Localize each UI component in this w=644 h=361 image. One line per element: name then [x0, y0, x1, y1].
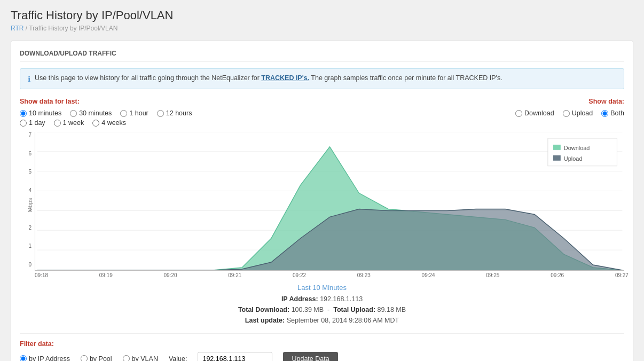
time-range-row1: 10 minutes 30 minutes 1 hour 12 hours [20, 109, 192, 117]
tracked-ips-link[interactable]: TRACKED IP's. [261, 74, 309, 82]
show-data-label: Show data: [588, 98, 624, 105]
chart-period: Last 10 Minutes [20, 282, 624, 294]
radio-1day[interactable]: 1 day [20, 119, 45, 127]
time-range-row2: 1 day 1 week 4 weeks [20, 119, 192, 127]
chart-info: Last 10 Minutes IP Address: 192.168.1.11… [20, 282, 624, 326]
filter-section: Filter data: by IP Address by Pool by VL… [20, 333, 624, 361]
radio-30min[interactable]: 30 minutes [70, 109, 112, 117]
breadcrumb-current: Traffic History by IP/Pool/VLAN [29, 25, 117, 32]
upload-area [37, 209, 623, 270]
info-text: Use this page to view history for all tr… [35, 74, 502, 82]
value-label: Value: [169, 355, 187, 361]
info-icon: ℹ [28, 75, 30, 83]
filter-label: Filter data: [20, 340, 624, 348]
x-axis: 09:18 09:19 09:20 09:21 09:22 09:23 09:2… [35, 272, 624, 278]
radio-12hours[interactable]: 12 hours [157, 109, 192, 117]
filter-by-ip[interactable]: by IP Address [20, 355, 70, 361]
radio-4weeks[interactable]: 4 weeks [92, 119, 126, 127]
info-box: ℹ Use this page to view history for all … [20, 68, 624, 89]
chart-svg: Download Upload [35, 132, 624, 271]
controls-row: Show data for last: 10 minutes 30 minute… [20, 98, 624, 127]
main-card: DOWNLOAD/UPLOAD TRAFFIC ℹ Use this page … [11, 41, 633, 361]
filter-by-pool[interactable]: by Pool [81, 355, 112, 361]
radio-upload[interactable]: Upload [563, 109, 593, 117]
radio-1week[interactable]: 1 week [54, 119, 84, 127]
page-title: Traffic History by IP/Pool/VLAN [11, 9, 633, 22]
card-title: DOWNLOAD/UPLOAD TRAFFIC [20, 50, 624, 62]
show-data-for-last-label: Show data for last: [20, 98, 192, 105]
update-data-button[interactable]: Update Data [283, 352, 337, 361]
radio-1hour[interactable]: 1 hour [120, 109, 148, 117]
show-data-group: Show data: Download Upload Both [515, 98, 624, 117]
chart-totals: Total Download: 100.39 MB - Total Upload… [20, 304, 624, 315]
legend-upload-color [553, 155, 561, 161]
filter-row: by IP Address by Pool by VLAN Value: Upd… [20, 352, 624, 361]
legend-box [548, 138, 617, 166]
show-data-for-last-group: Show data for last: 10 minutes 30 minute… [20, 98, 192, 127]
y-axis-unit-label: Mbps [27, 198, 33, 213]
chart-area: 7 6 5 4 3 2 1 0 Mbps [20, 132, 624, 326]
legend-download-color [553, 145, 561, 150]
show-data-options: Download Upload Both [515, 109, 624, 117]
breadcrumb: RTR / Traffic History by IP/Pool/VLAN [11, 25, 633, 32]
radio-10min[interactable]: 10 minutes [20, 109, 61, 117]
radio-download[interactable]: Download [515, 109, 554, 117]
value-input[interactable] [198, 352, 272, 361]
chart-ip: IP Address: 192.168.1.113 [20, 294, 624, 304]
radio-both[interactable]: Both [601, 109, 624, 117]
filter-by-vlan[interactable]: by VLAN [123, 355, 158, 361]
legend-upload-label: Upload [564, 155, 583, 162]
breadcrumb-home[interactable]: RTR [11, 25, 23, 32]
legend-download-label: Download [564, 145, 590, 151]
chart-last-update: Last update: September 08, 2014 9:28:06 … [20, 315, 624, 326]
